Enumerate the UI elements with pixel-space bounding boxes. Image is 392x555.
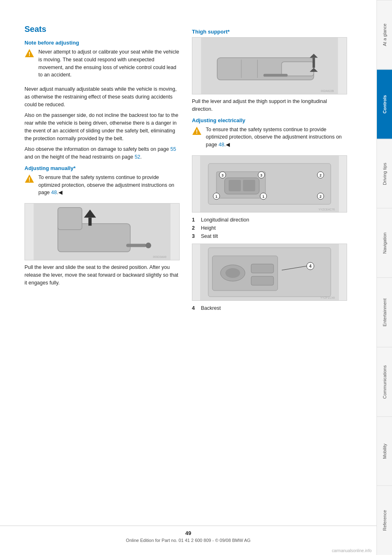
page-title: Seats [24,25,180,34]
svg-text:YYZCE4C76: YYZCE4C76 [318,208,335,211]
left-column: Seats Note before adjusting ! Never atte… [24,25,180,530]
svg-text:3: 3 [221,173,223,177]
sidebar: At a glance Controls Driving tips Naviga… [376,0,392,555]
svg-text:YYZF1CX6: YYZF1CX6 [321,296,335,299]
warning-icon-3: ! [192,126,202,135]
page-ref-52[interactable]: 52 [135,154,140,160]
para3-text: Also observe the information on damage t… [24,145,180,161]
section-thigh-title: Thigh support* [192,29,347,35]
svg-rect-40 [229,180,241,191]
svg-rect-15 [263,74,287,77]
svg-text:!: ! [29,51,31,57]
svg-text:003D3AA9: 003D3AA9 [153,255,166,258]
section-manual-title: Adjusting manually* [24,165,180,171]
warning3-text: To ensure that the safety systems contin… [206,126,347,149]
right-column: Thigh support* [192,25,347,530]
warning-manual: ! To ensure that the safety systems cont… [24,174,180,200]
sidebar-tab-entertainment[interactable]: Entertainment [377,278,392,347]
sidebar-tab-at-a-glance[interactable]: At a glance [377,0,392,69]
svg-text:1: 1 [215,195,217,199]
warning-note: ! Never attempt to adjust or calibrate y… [24,48,180,82]
svg-rect-14 [282,62,314,76]
page-ref-55[interactable]: 55 [170,146,176,152]
list-item-3: 3 Seat tilt [192,232,347,240]
manual-seat-image: 003D3AA9 [24,203,180,260]
warning2-text: To ensure that the safety systems contin… [38,174,180,197]
svg-rect-10 [88,218,91,226]
electric-seat-image: 3 3 1 1 2 2 [192,155,347,213]
sidebar-tab-navigation[interactable]: Navigation [377,208,392,278]
svg-text:1: 1 [262,195,264,199]
sidebar-tab-controls[interactable]: Controls [377,69,392,139]
backrest-image: 4 YYZF1CX6 [192,244,347,301]
warning-icon-1: ! [24,49,34,58]
thigh-diagram: 002A822B [192,38,347,94]
para2-text: Also on the passenger side, do not incli… [24,112,180,142]
svg-rect-49 [251,276,274,285]
electric-seat-diagram: 3 3 1 1 2 2 [192,155,347,213]
page-ref-48b[interactable]: 48 [218,142,224,148]
page-number: 49 [0,530,376,536]
sidebar-tab-reference[interactable]: Reference [377,486,392,555]
svg-rect-7 [126,244,146,247]
sidebar-tab-communications[interactable]: Communications [377,347,392,416]
svg-rect-18 [312,58,315,68]
svg-rect-41 [243,180,255,191]
list-item-2: 2 Height [192,224,347,232]
list-item-4: 4 Backrest [192,304,347,312]
svg-text:2: 2 [319,195,321,199]
svg-point-8 [145,243,151,248]
para1-text: Never adjust manually adjustable seats w… [24,85,180,108]
svg-rect-6 [58,208,82,230]
electric-items-list: 1 Longitudinal direction 2 Height 3 Seat… [192,216,347,240]
thigh-caption: Pull the lever and adjust the thigh supp… [192,98,347,113]
page-footer: 49 Online Edition for Part no. 01 41 2 6… [0,526,376,543]
page-ref-48a[interactable]: 48 [51,190,57,195]
watermark: carmanualsonline.info [332,548,372,553]
svg-point-47 [225,268,240,278]
svg-text:!: ! [29,176,31,183]
sidebar-tab-mobility[interactable]: Mobility [377,416,392,486]
sidebar-tab-driving-tips[interactable]: Driving tips [377,139,392,208]
svg-rect-48 [251,264,274,273]
svg-text:3: 3 [260,173,262,177]
manual-seat-diagram: 003D3AA9 [25,204,179,260]
svg-text:4: 4 [309,264,312,269]
svg-text:!: ! [196,128,198,135]
svg-text:002A822B: 002A822B [321,90,334,92]
backrest-item-list: 4 Backrest [192,304,347,312]
warning-icon-2: ! [24,174,34,183]
warning1-text: Never attempt to adjust or calibrate you… [38,48,180,79]
thigh-support-image: 002A822B [192,37,347,94]
list-item-1: 1 Longitudinal direction [192,216,347,224]
section-electric-title: Adjusting electrically [192,117,347,123]
backrest-diagram: 4 YYZF1CX6 [192,244,347,301]
section-note-title: Note before adjusting [24,40,180,46]
footer-text: Online Edition for Part no. 01 41 2 600 … [126,538,250,543]
manual-caption: Pull the lever and slide the seat to the… [24,264,180,286]
warning-electric: ! To ensure that the safety systems cont… [192,126,347,152]
svg-text:2: 2 [319,173,321,177]
